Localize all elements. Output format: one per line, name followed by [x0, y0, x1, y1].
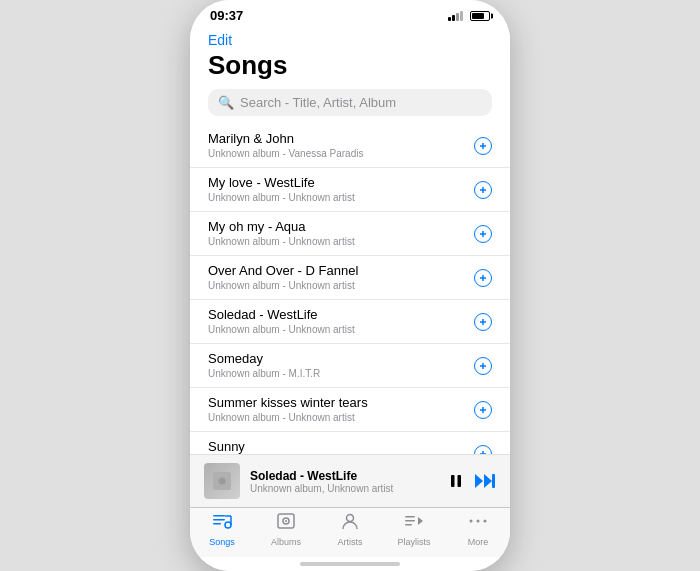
song-info-0: Marilyn & John Unknown album - Vanessa P… [208, 131, 466, 161]
albums-tab-icon [275, 512, 297, 535]
page-title: Songs [208, 50, 492, 81]
fast-forward-button[interactable] [474, 473, 496, 489]
signal-bars-icon [448, 11, 463, 21]
svg-rect-38 [405, 520, 415, 522]
song-list: Marilyn & John Unknown album - Vanessa P… [190, 124, 510, 454]
svg-rect-29 [213, 523, 221, 525]
song-info-2: My oh my - Aqua Unknown album - Unknown … [208, 219, 466, 249]
song-add-button-3[interactable] [474, 269, 492, 287]
song-title-2: My oh my - Aqua [208, 219, 466, 236]
song-info-3: Over And Over - D Fannel Unknown album -… [208, 263, 466, 293]
now-playing-bar[interactable]: Soledad - WestLife Unknown album, Unknow… [190, 454, 510, 507]
svg-rect-39 [405, 524, 412, 526]
playback-controls [448, 473, 496, 489]
more-tab-label: More [468, 537, 489, 547]
svg-rect-22 [451, 475, 455, 487]
svg-rect-26 [492, 474, 495, 488]
svg-marker-24 [475, 474, 483, 488]
svg-point-35 [285, 520, 287, 522]
now-playing-info: Soledad - WestLife Unknown album, Unknow… [250, 469, 438, 494]
battery-icon [470, 11, 490, 21]
song-title-7: Sunny [208, 439, 466, 454]
song-add-button-7[interactable] [474, 445, 492, 455]
song-subtitle-6: Unknown album - Unknown artist [208, 411, 466, 424]
song-title-5: Someday [208, 351, 466, 368]
song-title-0: Marilyn & John [208, 131, 466, 148]
tab-songs[interactable]: Songs [190, 512, 254, 547]
song-title-4: Soledad - WestLife [208, 307, 466, 324]
tab-playlists[interactable]: Playlists [382, 512, 446, 547]
artists-tab-icon [339, 512, 361, 535]
search-placeholder: Search - Title, Artist, Album [240, 95, 396, 110]
artists-tab-label: Artists [337, 537, 362, 547]
tab-artists[interactable]: Artists [318, 512, 382, 547]
status-icons [448, 11, 490, 21]
song-title-1: My love - WestLife [208, 175, 466, 192]
status-bar: 09:37 [190, 0, 510, 27]
song-item-4[interactable]: Soledad - WestLife Unknown album - Unkno… [190, 300, 510, 344]
song-info-4: Soledad - WestLife Unknown album - Unkno… [208, 307, 466, 337]
song-info-1: My love - WestLife Unknown album - Unkno… [208, 175, 466, 205]
svg-point-30 [225, 522, 231, 528]
album-art [204, 463, 240, 499]
more-tab-icon [467, 512, 489, 535]
song-item-3[interactable]: Over And Over - D Fannel Unknown album -… [190, 256, 510, 300]
song-item-2[interactable]: My oh my - Aqua Unknown album - Unknown … [190, 212, 510, 256]
status-time: 09:37 [210, 8, 243, 23]
svg-rect-27 [213, 515, 225, 517]
phone-frame: 09:37 Edit Songs 🔍 Search - Title, Artis… [190, 0, 510, 571]
song-subtitle-3: Unknown album - Unknown artist [208, 279, 466, 292]
song-add-button-1[interactable] [474, 181, 492, 199]
svg-rect-23 [458, 475, 462, 487]
song-info-5: Someday Unknown album - M.I.T.R [208, 351, 466, 381]
song-item-7[interactable]: Sunny Unknown album - Boney M [190, 432, 510, 454]
song-subtitle-4: Unknown album - Unknown artist [208, 323, 466, 336]
tab-more[interactable]: More [446, 512, 510, 547]
song-title-3: Over And Over - D Fannel [208, 263, 466, 280]
song-info-6: Summer kisses winter tears Unknown album… [208, 395, 466, 425]
songs-tab-icon [211, 512, 233, 535]
song-item-6[interactable]: Summer kisses winter tears Unknown album… [190, 388, 510, 432]
svg-marker-25 [484, 474, 492, 488]
playlists-tab-label: Playlists [397, 537, 430, 547]
song-title-6: Summer kisses winter tears [208, 395, 466, 412]
song-add-button-6[interactable] [474, 401, 492, 419]
song-item-5[interactable]: Someday Unknown album - M.I.T.R [190, 344, 510, 388]
svg-point-21 [218, 477, 225, 484]
svg-point-42 [477, 520, 480, 523]
svg-point-36 [347, 515, 354, 522]
pause-button[interactable] [448, 473, 464, 489]
tab-albums[interactable]: Albums [254, 512, 318, 547]
song-item-1[interactable]: My love - WestLife Unknown album - Unkno… [190, 168, 510, 212]
svg-marker-40 [418, 517, 423, 525]
header: Edit Songs 🔍 Search - Title, Artist, Alb… [190, 27, 510, 124]
now-playing-subtitle: Unknown album, Unknown artist [250, 483, 438, 494]
songs-tab-label: Songs [209, 537, 235, 547]
song-subtitle-1: Unknown album - Unknown artist [208, 191, 466, 204]
home-bar [300, 562, 400, 566]
song-item-0[interactable]: Marilyn & John Unknown album - Vanessa P… [190, 124, 510, 168]
song-subtitle-2: Unknown album - Unknown artist [208, 235, 466, 248]
albums-tab-label: Albums [271, 537, 301, 547]
svg-rect-37 [405, 516, 415, 518]
search-bar[interactable]: 🔍 Search - Title, Artist, Album [208, 89, 492, 116]
song-add-button-4[interactable] [474, 313, 492, 331]
tab-bar: Songs Albums Artists [190, 507, 510, 557]
svg-point-43 [484, 520, 487, 523]
song-add-button-5[interactable] [474, 357, 492, 375]
edit-button[interactable]: Edit [208, 32, 232, 48]
song-info-7: Sunny Unknown album - Boney M [208, 439, 466, 454]
song-add-button-2[interactable] [474, 225, 492, 243]
playlists-tab-icon [403, 512, 425, 535]
song-subtitle-5: Unknown album - M.I.T.R [208, 367, 466, 380]
svg-rect-28 [213, 519, 225, 521]
svg-point-41 [470, 520, 473, 523]
search-icon: 🔍 [218, 95, 234, 110]
home-indicator [190, 557, 510, 571]
song-add-button-0[interactable] [474, 137, 492, 155]
song-subtitle-0: Unknown album - Vanessa Paradis [208, 147, 466, 160]
now-playing-title: Soledad - WestLife [250, 469, 438, 483]
